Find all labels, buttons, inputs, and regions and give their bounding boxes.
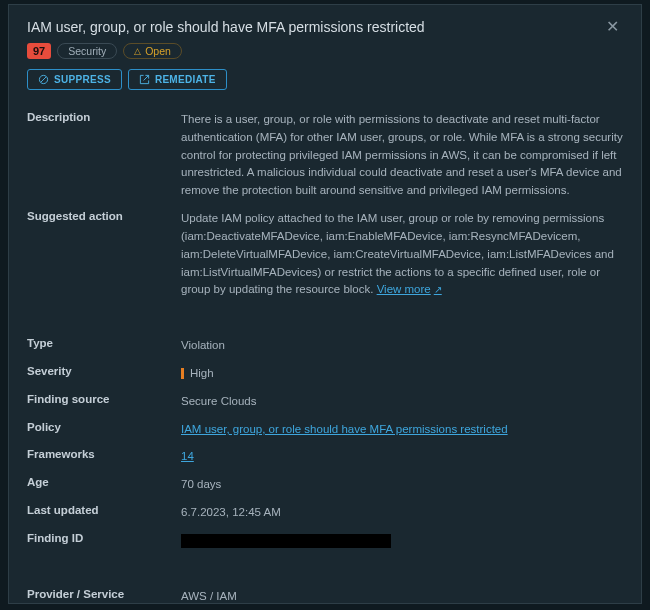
finding-id-value-redacted — [181, 534, 391, 548]
description-label: Description — [27, 111, 181, 123]
severity-indicator-icon — [181, 368, 184, 379]
external-link-icon: ↗ — [434, 282, 442, 298]
finding-title: IAM user, group, or role should have MFA… — [27, 19, 425, 35]
description-section: Description There is a user, group, or r… — [9, 102, 641, 314]
policy-link[interactable]: IAM user, group, or role should have MFA… — [181, 423, 508, 435]
resource-section: Provider / Service AWS / IAM Resource ty… — [9, 579, 641, 604]
age-value: 70 days — [181, 476, 623, 494]
severity-text: High — [190, 367, 214, 379]
suggested-action-label: Suggested action — [27, 210, 181, 222]
risk-score-badge: 97 — [27, 43, 51, 59]
suppress-button[interactable]: SUPPRESS — [27, 69, 122, 90]
details-section: Type Violation Severity High Finding sou… — [9, 328, 641, 565]
age-label: Age — [27, 476, 181, 488]
provider-service-label: Provider / Service — [27, 588, 181, 600]
type-label: Type — [27, 337, 181, 349]
description-text: There is a user, group, or role with per… — [181, 111, 623, 200]
severity-value: High — [181, 365, 623, 383]
remediate-label: REMEDIATE — [155, 74, 216, 85]
close-icon[interactable]: ✕ — [602, 19, 623, 35]
remediate-icon — [139, 74, 150, 85]
provider-service-value: AWS / IAM — [181, 588, 623, 604]
panel-header: IAM user, group, or role should have MFA… — [9, 5, 641, 69]
last-updated-value: 6.7.2023, 12:45 AM — [181, 504, 623, 522]
status-label: Open — [145, 45, 171, 57]
warning-icon: △ — [134, 46, 141, 56]
finding-id-label: Finding ID — [27, 532, 181, 544]
last-updated-label: Last updated — [27, 504, 181, 516]
finding-source-value: Secure Clouds — [181, 393, 623, 411]
frameworks-link[interactable]: 14 — [181, 450, 194, 462]
action-bar: SUPPRESS REMEDIATE — [9, 69, 641, 102]
type-value: Violation — [181, 337, 623, 355]
status-pill[interactable]: △ Open — [123, 43, 182, 59]
policy-label: Policy — [27, 421, 181, 433]
category-pill[interactable]: Security — [57, 43, 117, 59]
severity-label: Severity — [27, 365, 181, 377]
view-more-link[interactable]: View more ↗ — [377, 281, 442, 299]
remediate-button[interactable]: REMEDIATE — [128, 69, 227, 90]
suppress-icon — [38, 74, 49, 85]
view-more-label: View more — [377, 281, 431, 299]
suppress-label: SUPPRESS — [54, 74, 111, 85]
finding-source-label: Finding source — [27, 393, 181, 405]
svg-line-1 — [41, 77, 47, 83]
frameworks-label: Frameworks — [27, 448, 181, 460]
finding-detail-panel: IAM user, group, or role should have MFA… — [8, 4, 642, 604]
suggested-action-text: Update IAM policy attached to the IAM us… — [181, 210, 623, 299]
